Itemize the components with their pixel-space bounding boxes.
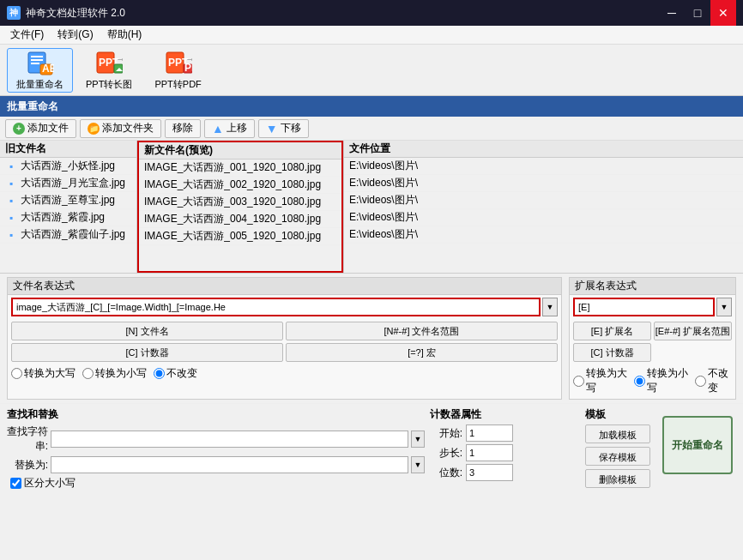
extension-expr-dropdown[interactable]: ▼ — [716, 298, 732, 316]
radio-uppercase-label[interactable]: 转换为大写 — [11, 366, 76, 381]
extension-expr-field-row: ▼ — [570, 295, 735, 319]
counter-digits-input[interactable] — [466, 464, 513, 481]
ppt-to-image-label: PPT转长图 — [86, 78, 132, 91]
table-row[interactable]: IMAGE_大话西游_001_1920_1080.jpg — [139, 160, 341, 177]
menu-help[interactable]: 帮助(H) — [100, 26, 149, 44]
menu-goto[interactable]: 转到(G) — [51, 26, 100, 44]
search-replace-title: 查找和替换 — [7, 407, 425, 422]
ppt-to-pdf-label: PPT转PDF — [154, 78, 201, 91]
new-filename-column: 新文件名(预览) IMAGE_大话西游_001_1920_1080.jpg IM… — [137, 141, 343, 273]
ext-radio-uppercase[interactable] — [573, 376, 584, 387]
search-replace-panel: 查找和替换 查找字符串: ▼ 替换为: ▼ 区分大小写 — [7, 407, 425, 491]
ext-radio-nochange[interactable] — [695, 376, 706, 387]
counter-start-row: 开始: — [430, 425, 580, 442]
table-row[interactable]: ▪ 大话西游_紫霞.jpg — [0, 209, 136, 226]
template-title: 模板 — [585, 407, 654, 422]
col2-header: 新文件名(预览) — [139, 142, 341, 160]
file-location-column: 文件位置 E:\videos\图片\ E:\videos\图片\ E:\vide… — [343, 141, 743, 273]
btn-e[interactable]: [E] 扩展名 — [573, 322, 651, 340]
expression-row: 文件名表达式 ▼ [N] 文件名 [N#-#] 文件名范围 [C] 计数器 [=… — [0, 274, 743, 404]
save-template-button[interactable]: 保存模板 — [585, 447, 650, 466]
ext-radio-nochange-label[interactable]: 不改变 — [695, 366, 732, 395]
extension-case-radios: 转换为大写 转换为小写 不改变 — [570, 364, 735, 399]
btn-e-range[interactable]: [E#-#] 扩展名范围 — [654, 322, 732, 340]
find-input[interactable] — [51, 431, 408, 448]
start-rename-button[interactable]: 开始重命名 — [662, 416, 733, 474]
section-title: 批量重命名 — [7, 99, 58, 114]
filename-case-radios: 转换为大写 转换为小写 不改变 — [8, 364, 561, 384]
ext-radio-lowercase[interactable] — [634, 376, 645, 387]
svg-rect-2 — [31, 59, 43, 61]
table-row[interactable]: IMAGE_大话西游_002_1920_1080.jpg — [139, 177, 341, 194]
table-row[interactable]: ▪ 大话西游_小妖怪.jpg — [0, 158, 136, 175]
filename-expr-dropdown[interactable]: ▼ — [542, 298, 558, 316]
table-row[interactable]: E:\videos\图片\ — [344, 192, 743, 209]
table-row[interactable]: IMAGE_大话西游_003_1920_1080.jpg — [139, 194, 341, 211]
table-row[interactable]: E:\videos\图片\ — [344, 209, 743, 226]
delete-template-button[interactable]: 删除模板 — [585, 469, 650, 488]
replace-input[interactable] — [51, 456, 408, 473]
table-row[interactable]: E:\videos\图片\ — [344, 175, 743, 192]
filename-expr-input[interactable] — [11, 298, 541, 316]
svg-rect-3 — [31, 63, 39, 64]
remove-button[interactable]: 移除 — [165, 119, 201, 138]
move-down-button[interactable]: ▼ 下移 — [258, 119, 309, 138]
rename-panel: 开始重命名 — [659, 407, 736, 474]
counter-step-row: 步长: — [430, 444, 580, 461]
ppt-to-image-icon: PPT → — [95, 49, 123, 76]
counter-start-label: 开始: — [430, 426, 462, 441]
table-row[interactable]: E:\videos\图片\ — [344, 226, 743, 244]
table-row[interactable]: E:\videos\图片\ — [344, 158, 743, 175]
table-row[interactable]: ▪ 大话西游_紫霞仙子.jpg — [0, 226, 136, 244]
radio-lowercase-label[interactable]: 转换为小写 — [82, 366, 147, 381]
col1-header: 旧文件名 — [0, 141, 136, 158]
counter-start-input[interactable] — [466, 425, 513, 442]
maximize-button[interactable]: □ — [685, 0, 710, 26]
batch-rename-label: 批量重命名 — [16, 78, 63, 91]
ppt-to-pdf-icon: PPT → PDF — [165, 49, 192, 76]
radio-uppercase[interactable] — [11, 368, 22, 379]
find-dropdown[interactable]: ▼ — [411, 431, 425, 448]
replace-dropdown[interactable]: ▼ — [411, 456, 425, 473]
file-icon: ▪ — [5, 229, 17, 241]
file-icon: ▪ — [5, 212, 17, 224]
filename-expr-panel: 文件名表达式 ▼ [N] 文件名 [N#-#] 文件名范围 [C] 计数器 [=… — [7, 277, 562, 400]
menu-file[interactable]: 文件(F) — [3, 26, 51, 44]
load-template-button[interactable]: 加载模板 — [585, 425, 650, 443]
batch-rename-button[interactable]: AB 批量重命名 — [7, 48, 73, 93]
ext-radio-uppercase-label[interactable]: 转换为大写 — [573, 366, 627, 395]
add-file-icon: + — [13, 123, 25, 135]
btn-c[interactable]: [C] 计数器 — [11, 343, 283, 362]
ext-radio-lowercase-label[interactable]: 转换为小写 — [634, 366, 688, 395]
btn-c-ext[interactable]: [C] 计数器 — [573, 343, 651, 362]
btn-n[interactable]: [N] 文件名 — [11, 322, 283, 340]
table-row[interactable]: ▪ 大话西游_至尊宝.jpg — [0, 192, 136, 209]
extension-expr-input[interactable] — [573, 298, 715, 316]
counter-panel: 计数器属性 开始: 步长: 位数: — [430, 407, 580, 484]
move-up-button[interactable]: ▲ 上移 — [204, 119, 255, 138]
radio-nochange[interactable] — [154, 368, 165, 379]
toolbar: AB 批量重命名 PPT → PPT转长图 — [0, 45, 743, 96]
window-controls: ─ □ ✕ — [659, 0, 736, 26]
radio-nochange-label[interactable]: 不改变 — [154, 366, 197, 381]
counter-step-input[interactable] — [466, 444, 513, 461]
menu-bar: 文件(F) 转到(G) 帮助(H) — [0, 26, 743, 45]
add-file-button[interactable]: + 添加文件 — [5, 119, 76, 138]
ppt-to-pdf-button[interactable]: PPT → PDF PPT转PDF — [145, 48, 210, 93]
ppt-to-image-button[interactable]: PPT → PPT转长图 — [76, 48, 142, 93]
table-row[interactable]: ▪ 大话西游_月光宝盒.jpg — [0, 175, 136, 192]
radio-lowercase[interactable] — [82, 368, 94, 379]
counter-step-label: 步长: — [430, 446, 462, 461]
file-icon: ▪ — [5, 195, 17, 207]
btn-n-range[interactable]: [N#-#] 文件名范围 — [286, 322, 558, 340]
table-row[interactable]: IMAGE_大话西游_004_1920_1080.jpg — [139, 211, 341, 228]
btn-macro[interactable]: [=?] 宏 — [286, 343, 558, 362]
add-folder-button[interactable]: 📁 添加文件夹 — [80, 119, 161, 138]
template-panel: 模板 加载模板 保存模板 删除模板 — [585, 407, 654, 491]
table-row[interactable]: IMAGE_大话西游_005_1920_1080.jpg — [139, 228, 341, 245]
close-button[interactable]: ✕ — [710, 0, 736, 26]
case-sensitive-checkbox[interactable] — [10, 478, 21, 489]
minimize-button[interactable]: ─ — [659, 0, 685, 26]
counter-title: 计数器属性 — [430, 407, 580, 422]
old-filename-column: 旧文件名 ▪ 大话西游_小妖怪.jpg ▪ 大话西游_月光宝盒.jpg ▪ 大话… — [0, 141, 137, 273]
